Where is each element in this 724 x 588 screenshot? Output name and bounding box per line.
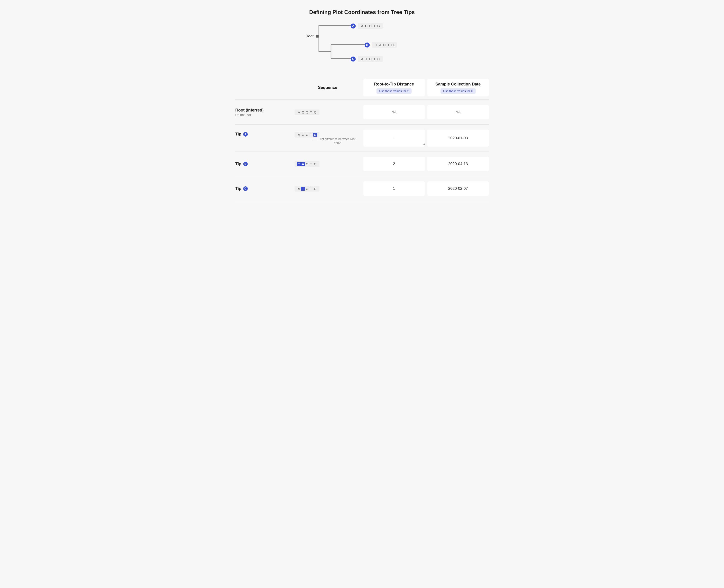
tree-diagram: Root A ACCTG B TACTC C ATCTC — [14, 22, 710, 63]
row-label-b: Tip B — [235, 162, 292, 166]
table-row-b: Tip B TACTC 2 2020-04-13 — [235, 152, 489, 176]
row-badge-c: C — [243, 186, 248, 191]
tree-tip-c: C ATCTC — [351, 56, 383, 62]
table-header: Sequence Root-to-Tip Distance Use these … — [235, 74, 489, 100]
col-date: Sample Collection Date Use these values … — [427, 79, 489, 96]
data-table: Sequence Root-to-Tip Distance Use these … — [235, 74, 489, 201]
sequence-chip-root: ACCTC — [294, 109, 319, 115]
sequence-chip-b: TACTC — [372, 42, 397, 48]
sequence-chip-c: ATCTC — [358, 56, 383, 62]
row-label-c: Tip C — [235, 186, 292, 191]
tip-badge-a: A — [351, 23, 356, 28]
y-axis-pill: Use these values for Y — [376, 88, 412, 93]
row-label-a: Tip A — [235, 132, 292, 136]
date-root: NA — [427, 105, 489, 120]
distance-b: 2 — [364, 157, 425, 171]
distance-a: 1 — [364, 130, 425, 147]
date-a: 2020-01-03 — [427, 130, 489, 147]
date-c: 2020-02-07 — [427, 181, 489, 196]
root-label: Root — [306, 34, 314, 39]
x-axis-pill: Use these values for X — [440, 88, 476, 93]
annotation-arrow-up-icon — [423, 143, 425, 145]
row-badge-b: B — [243, 162, 248, 166]
sequence-chip-a: ACCTG — [358, 23, 383, 29]
tree-tip-a: A ACCTG — [351, 23, 383, 29]
sequence-chip-row-b: TACTC — [294, 161, 319, 167]
distance-root: NA — [364, 105, 425, 120]
table-row-a: Tip A ACCTG 1nt difference between root … — [235, 125, 489, 152]
annotation-text: 1nt difference between root and A — [317, 137, 358, 145]
row-label-root: Root (Inferred) — [235, 108, 292, 113]
page-title: Defining Plot Coordinates from Tree Tips — [14, 9, 710, 15]
tip-badge-c: C — [351, 57, 356, 62]
table-row-root: Root (Inferred) Do not Plot ACCTC NA NA — [235, 100, 489, 125]
annotation-arrow-icon — [313, 136, 317, 141]
tree-tip-b: B TACTC — [365, 42, 397, 48]
distance-c: 1 — [364, 181, 425, 196]
date-b: 2020-04-13 — [427, 157, 489, 171]
table-row-c: Tip C ATCTC 1 2020-02-07 — [235, 176, 489, 201]
row-badge-a: A — [243, 132, 248, 136]
col-distance: Root-to-Tip Distance Use these values fo… — [364, 79, 425, 96]
sequence-chip-row-c: ATCTC — [294, 186, 319, 192]
row-sublabel-root: Do not Plot — [235, 113, 292, 117]
col-sequence: Sequence — [294, 85, 360, 90]
tip-badge-b: B — [365, 43, 370, 47]
